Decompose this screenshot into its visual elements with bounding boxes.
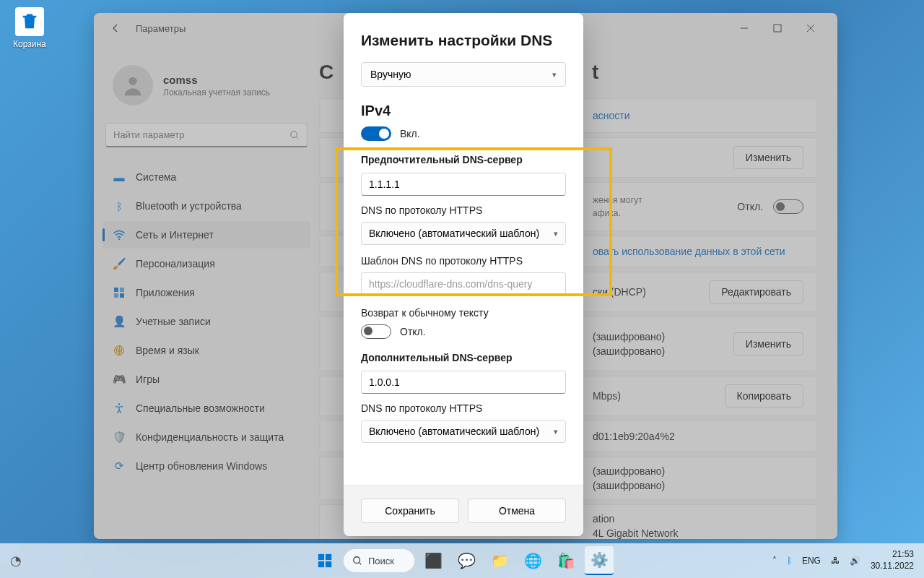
alternate-dns-label: Дополнительный DNS-сервер	[361, 352, 566, 363]
save-button[interactable]: Сохранить	[361, 499, 459, 523]
chevron-down-icon: ▾	[552, 70, 557, 79]
doh-template-label: Шаблон DNS по протоколу HTTPS	[361, 255, 566, 267]
language-indicator[interactable]: ENG	[802, 556, 821, 566]
fallback-label: Возврат к обычному тексту	[361, 307, 566, 319]
cancel-button[interactable]: Отмена	[468, 499, 566, 523]
taskbar: ◔ Поиск ⬛ 💬 📁 🌐 🛍️ ⚙️ ˄ ᛒ ENG 🖧 🔊 21:53 …	[0, 543, 924, 578]
fallback-toggle[interactable]	[361, 324, 391, 339]
task-view-button[interactable]: ⬛	[419, 546, 448, 575]
recycle-bin[interactable]: Корзина	[13, 7, 46, 49]
store-button[interactable]: 🛍️	[552, 546, 580, 575]
chat-button[interactable]: 💬	[452, 546, 481, 575]
dialog-title: Изменить настройки DNS	[361, 32, 566, 49]
weather-widget[interactable]: ◔	[0, 553, 22, 569]
clock[interactable]: 21:53 30.11.2022	[871, 549, 914, 571]
svg-rect-10	[326, 554, 331, 560]
dns-settings-dialog: Изменить настройки DNS Вручную ▾ IPv4 Вк…	[344, 13, 583, 536]
doh-label: DNS по протоколу HTTPS	[361, 204, 566, 216]
doh2-dropdown[interactable]: Включено (автоматический шаблон) ▾	[361, 420, 566, 443]
svg-point-13	[354, 557, 360, 564]
edge-button[interactable]: 🌐	[518, 546, 547, 575]
volume-tray-icon[interactable]: 🔊	[850, 556, 860, 566]
ipv4-heading: IPv4	[361, 103, 566, 119]
settings-button[interactable]: ⚙️	[585, 546, 614, 575]
svg-rect-9	[318, 554, 324, 560]
chevron-down-icon: ▾	[554, 427, 558, 436]
svg-rect-11	[318, 561, 324, 567]
recycle-bin-label: Корзина	[13, 39, 46, 49]
chevron-down-icon: ▾	[554, 229, 558, 238]
search-icon	[352, 556, 362, 566]
preferred-dns-input[interactable]	[361, 173, 566, 196]
explorer-button[interactable]: 📁	[485, 546, 514, 575]
bluetooth-tray-icon[interactable]: ᛒ	[787, 556, 792, 566]
svg-rect-12	[326, 561, 331, 567]
dns-mode-dropdown[interactable]: Вручную ▾	[361, 62, 566, 87]
tray-chevron-icon[interactable]: ˄	[772, 556, 777, 566]
start-button[interactable]	[310, 546, 339, 575]
network-tray-icon[interactable]: 🖧	[831, 556, 840, 566]
alternate-dns-input[interactable]	[361, 371, 566, 394]
recycle-bin-icon	[15, 7, 44, 36]
ipv4-toggle[interactable]	[361, 126, 391, 141]
doh-dropdown[interactable]: Включено (автоматический шаблон) ▾	[361, 222, 566, 245]
doh2-label: DNS по протоколу HTTPS	[361, 402, 566, 414]
doh-template-input[interactable]	[361, 272, 566, 296]
preferred-dns-label: Предпочтительный DNS-сервер	[361, 154, 566, 165]
taskbar-search[interactable]: Поиск	[344, 549, 414, 572]
